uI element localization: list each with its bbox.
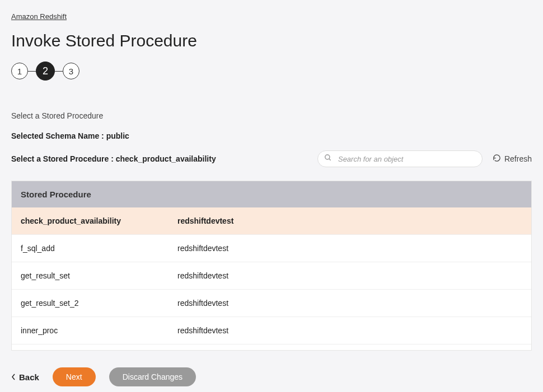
proc-db: redshiftdevtest	[177, 244, 522, 253]
refresh-label: Refresh	[504, 154, 532, 163]
search-wrap	[317, 150, 483, 167]
next-button[interactable]: Next	[53, 367, 96, 386]
table-body[interactable]: check_product_availabilityredshiftdevtes…	[12, 207, 531, 350]
proc-db: redshiftdevtest	[177, 299, 522, 308]
proc-db: redshiftdevtest	[177, 216, 522, 225]
chevron-left-icon	[11, 372, 16, 382]
select-label-prefix: Select a Stored Procedure :	[11, 154, 116, 163]
proc-name: inner_proc	[21, 326, 177, 335]
select-line: Select a Stored Procedure : check_produc…	[11, 154, 216, 163]
table-row[interactable]: get_result_set_2redshiftdevtest	[12, 290, 531, 317]
section-label: Select a Stored Procedure	[11, 111, 532, 120]
proc-name: check_product_availability	[21, 216, 177, 225]
table-header: Stored Procedure	[12, 181, 531, 207]
discard-button[interactable]: Discard Changes	[109, 367, 196, 386]
step-connector	[55, 71, 63, 72]
search-input[interactable]	[317, 150, 483, 167]
search-icon	[324, 154, 332, 164]
schema-line: Selected Schema Name : public	[11, 131, 532, 140]
selected-proc: check_product_availability	[116, 154, 216, 163]
proc-db: redshiftdevtest	[177, 326, 522, 335]
proc-name: f_sql_add	[21, 244, 177, 253]
proc-db: redshiftdevtest	[177, 271, 522, 280]
step-connector	[28, 71, 36, 72]
breadcrumb[interactable]: Amazon Redshift	[11, 12, 67, 21]
schema-label-prefix: Selected Schema Name :	[11, 131, 106, 140]
back-label: Back	[19, 372, 39, 382]
table-row[interactable]: check_product_availabilityredshiftdevtes…	[12, 207, 531, 235]
step-3[interactable]: 3	[63, 63, 79, 79]
refresh-button[interactable]: Refresh	[493, 154, 532, 164]
procedure-table: Stored Procedure check_product_availabil…	[11, 181, 532, 351]
stepper: 1 2 3	[11, 62, 532, 81]
step-2[interactable]: 2	[36, 62, 55, 81]
footer: Back Next Discard Changes	[11, 367, 532, 386]
table-row[interactable]: f_sql_addredshiftdevtest	[12, 235, 531, 262]
page-title: Invoke Stored Procedure	[11, 31, 532, 50]
table-row[interactable]: inner_procredshiftdevtest	[12, 317, 531, 344]
proc-name: get_result_set	[21, 271, 177, 280]
table-row[interactable]: get_result_setredshiftdevtest	[12, 262, 531, 290]
refresh-icon	[493, 154, 501, 164]
svg-point-0	[325, 155, 330, 159]
svg-line-1	[329, 159, 331, 160]
proc-name: get_result_set_2	[21, 299, 177, 308]
back-button[interactable]: Back	[11, 372, 39, 382]
schema-name: public	[106, 131, 129, 140]
step-1[interactable]: 1	[11, 63, 28, 79]
